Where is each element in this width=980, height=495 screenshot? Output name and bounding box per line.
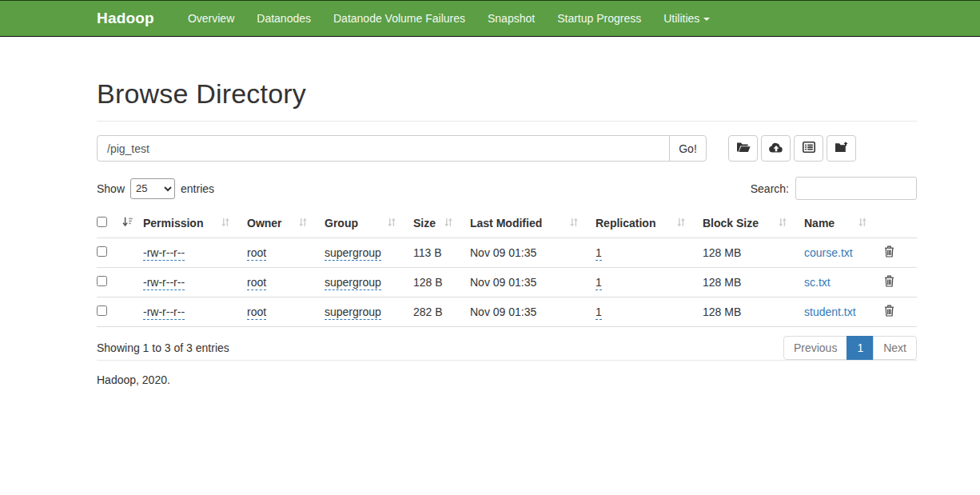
file-type-cell — [122, 268, 143, 297]
nav-item-overview[interactable]: Overview — [177, 1, 245, 36]
navbar-brand-hadoop[interactable]: Hadoop — [97, 10, 154, 27]
list-alt-icon — [803, 142, 815, 155]
file-type-cell — [122, 297, 143, 327]
delete-file-button[interactable] — [884, 246, 894, 257]
file-action-buttons — [728, 135, 859, 162]
header-owner[interactable]: Owner — [247, 210, 325, 238]
table-row: -rw-r--r-- root supergroup 282 B Nov 09 … — [97, 297, 917, 327]
footer-divider — [97, 360, 917, 361]
header-last-modified[interactable]: Last Modified — [470, 210, 596, 238]
heading-divider — [97, 121, 917, 122]
footer-text: Hadoop, 2020. — [97, 373, 917, 386]
size-cell: 128 B — [413, 268, 470, 297]
path-input-group: Go! — [97, 135, 707, 162]
block-size-cell: 128 MB — [703, 268, 804, 297]
table-header-row: Permission Owner Group Size Last Modifie… — [97, 210, 917, 238]
file-details-button[interactable] — [794, 135, 823, 162]
permission-editable[interactable]: -rw-r--r-- — [143, 305, 185, 320]
replication-editable[interactable]: 1 — [596, 305, 602, 320]
block-size-cell: 128 MB — [703, 238, 804, 268]
delete-file-button[interactable] — [884, 275, 894, 287]
entries-per-page-select[interactable]: 25 — [130, 178, 175, 199]
row-checkbox[interactable] — [97, 276, 107, 286]
block-size-cell: 128 MB — [703, 297, 804, 327]
sort-both-icon — [388, 217, 396, 230]
select-all-checkbox[interactable] — [97, 217, 107, 227]
nav-item-datanodes[interactable]: Datanodes — [245, 1, 322, 36]
pagination-next-button[interactable]: Next — [873, 336, 917, 360]
directory-path-input[interactable] — [97, 135, 670, 162]
pagination: Previous 1 Next — [783, 336, 917, 360]
show-label: Show — [97, 182, 125, 195]
sort-both-icon — [858, 217, 866, 230]
row-checkbox[interactable] — [97, 305, 107, 316]
nav-item-utilities-label: Utilities — [663, 12, 699, 25]
sort-both-icon — [221, 217, 229, 230]
navbar-inner: Hadoop Overview Datanodes Datanode Volum… — [97, 1, 721, 36]
sort-both-icon — [570, 217, 578, 230]
header-permission[interactable]: Permission — [143, 210, 247, 238]
sort-both-icon — [299, 217, 307, 230]
group-editable[interactable]: supergroup — [325, 305, 381, 320]
size-cell: 113 B — [413, 238, 470, 268]
page-title: Browse Directory — [97, 78, 917, 110]
group-editable[interactable]: supergroup — [325, 246, 381, 261]
header-replication[interactable]: Replication — [596, 210, 703, 238]
file-name-link[interactable]: course.txt — [804, 246, 853, 259]
nav-item-datanode-volume-failures[interactable]: Datanode Volume Failures — [322, 1, 476, 36]
header-size[interactable]: Size — [413, 210, 470, 238]
header-name[interactable]: Name — [804, 210, 884, 238]
last-modified-cell: Nov 09 01:35 — [470, 238, 596, 268]
open-folder-button[interactable] — [728, 135, 758, 162]
pagination-previous-button[interactable]: Previous — [783, 336, 847, 360]
file-name-link[interactable]: student.txt — [804, 305, 856, 318]
header-actions — [884, 210, 917, 238]
last-modified-cell: Nov 09 01:35 — [470, 297, 596, 327]
group-editable[interactable]: supergroup — [325, 276, 381, 290]
sort-both-icon — [677, 217, 685, 230]
owner-editable[interactable]: root — [247, 305, 266, 320]
search-label: Search: — [751, 182, 789, 195]
trash-icon — [884, 277, 894, 289]
last-modified-cell: Nov 09 01:35 — [470, 268, 596, 297]
go-button[interactable]: Go! — [669, 135, 707, 162]
table-row: -rw-r--r-- root supergroup 128 B Nov 09 … — [97, 268, 917, 297]
table-footer: Showing 1 to 3 of 3 entries Previous 1 N… — [97, 336, 917, 360]
caret-down-icon — [703, 18, 710, 21]
nav-item-snapshot[interactable]: Snapshot — [476, 1, 546, 36]
permission-editable[interactable]: -rw-r--r-- — [143, 246, 185, 261]
table-row: -rw-r--r-- root supergroup 113 B Nov 09 … — [97, 238, 917, 268]
owner-editable[interactable]: root — [247, 246, 266, 261]
file-type-cell — [122, 238, 143, 268]
trash-icon — [884, 307, 894, 319]
row-checkbox[interactable] — [97, 246, 107, 257]
type-sort-header[interactable] — [122, 210, 143, 238]
replication-editable[interactable]: 1 — [596, 246, 602, 261]
file-name-link[interactable]: sc.txt — [804, 276, 831, 289]
trash-icon — [884, 248, 894, 260]
cloud-upload-icon — [769, 142, 783, 155]
permission-editable[interactable]: -rw-r--r-- — [143, 276, 185, 290]
table-controls: Show 25 entries Search: — [97, 177, 917, 200]
nav-item-startup-progress[interactable]: Startup Progress — [546, 1, 652, 36]
pagination-page-1-button[interactable]: 1 — [847, 336, 874, 360]
owner-editable[interactable]: root — [247, 276, 266, 290]
page-length-control: Show 25 entries — [97, 178, 214, 199]
create-directory-button[interactable] — [827, 135, 856, 162]
replication-editable[interactable]: 1 — [596, 276, 602, 290]
upload-files-button[interactable] — [761, 135, 791, 162]
header-block-size[interactable]: Block Size — [703, 210, 804, 238]
search-input[interactable] — [795, 177, 917, 200]
nav-item-utilities-dropdown[interactable]: Utilities — [652, 1, 721, 36]
delete-file-button[interactable] — [884, 305, 894, 317]
new-folder-icon — [835, 142, 849, 155]
main-container: Browse Directory Go! — [97, 78, 917, 386]
search-control: Search: — [751, 177, 917, 200]
top-navbar: Hadoop Overview Datanodes Datanode Volum… — [0, 0, 980, 37]
size-cell: 282 B — [413, 297, 470, 327]
sort-descending-icon — [122, 217, 133, 230]
directory-table: Permission Owner Group Size Last Modifie… — [97, 210, 917, 327]
entries-info: Showing 1 to 3 of 3 entries — [97, 341, 229, 354]
header-group[interactable]: Group — [325, 210, 413, 238]
path-bar: Go! — [97, 135, 917, 162]
